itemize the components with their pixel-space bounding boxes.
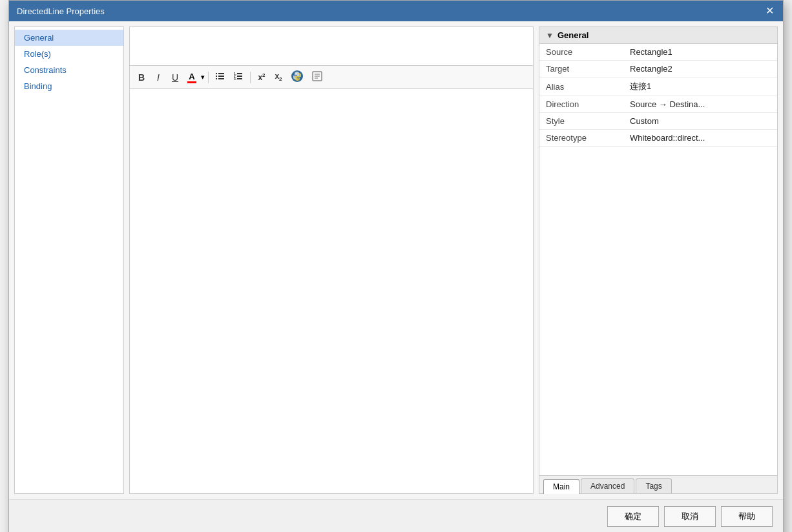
sep1 (208, 72, 209, 83)
note-button[interactable] (308, 68, 326, 86)
properties-header: ▼ General (539, 27, 777, 44)
unordered-list-button[interactable] (212, 69, 229, 85)
python-button[interactable] (287, 68, 307, 87)
property-value: Whiteboard::direct... (623, 130, 777, 147)
tab-advanced[interactable]: Advanced (581, 478, 634, 493)
svg-point-13 (296, 73, 297, 74)
ordered-list-button[interactable]: 1. 2. 3. (230, 69, 247, 85)
dialog-footer: 确定 取消 帮助 (9, 499, 783, 532)
dialog-title: DirectedLine Properties (17, 6, 105, 16)
collapse-icon[interactable]: ▼ (546, 31, 554, 40)
sidebar-item-constraints[interactable]: Constraints (15, 62, 123, 78)
property-label: Alias (539, 77, 623, 96)
tab-tags[interactable]: Tags (636, 478, 671, 493)
svg-rect-11 (237, 78, 242, 79)
right-panel: ▼ General SourceRectangle1TargetRectangl… (539, 26, 778, 494)
subscript-button[interactable]: x2 (271, 70, 286, 84)
property-value: Rectangle1 (623, 44, 777, 61)
sidebar-item-binding[interactable]: Binding (15, 78, 123, 94)
underline-button[interactable]: U (167, 70, 183, 85)
property-row: Alias连接1 (539, 77, 777, 96)
svg-rect-2 (216, 76, 217, 77)
ordered-list-icon: 1. 2. 3. (233, 71, 244, 81)
section-title: General (558, 30, 589, 40)
property-value: Source → Destina... (623, 96, 777, 113)
property-label: Stereotype (539, 130, 623, 147)
svg-rect-7 (237, 73, 242, 74)
sidebar-item-roles[interactable]: Role(s) (15, 46, 123, 62)
properties-body: SourceRectangle1TargetRectangle2Alias连接1… (539, 44, 777, 475)
property-value: 连接1 (623, 77, 777, 96)
superscript-button[interactable]: x2 (254, 70, 269, 84)
dialog-window: DirectedLine Properties ✕ GeneralRole(s)… (8, 0, 784, 532)
main-content: B I U A ▾ (129, 26, 534, 494)
formatting-toolbar: B I U A ▾ (130, 66, 533, 89)
svg-rect-3 (218, 76, 224, 77)
python-icon (291, 70, 304, 83)
color-dropdown-arrow[interactable]: ▾ (201, 73, 205, 81)
svg-rect-4 (216, 78, 217, 79)
tab-bar: MainAdvancedTags (539, 475, 777, 493)
sidebar: GeneralRole(s)ConstraintsBinding (14, 26, 124, 494)
text-editor[interactable] (130, 89, 533, 493)
help-button[interactable]: 帮助 (721, 506, 773, 527)
tab-main[interactable]: Main (543, 479, 579, 494)
property-row: StyleCustom (539, 113, 777, 130)
cancel-button[interactable]: 取消 (664, 506, 716, 527)
note-icon (311, 70, 323, 82)
unordered-list-icon (215, 71, 225, 81)
svg-rect-1 (218, 73, 224, 74)
svg-rect-0 (216, 73, 217, 74)
svg-text:3.: 3. (234, 77, 237, 81)
name-input-box[interactable] (130, 27, 533, 66)
property-label: Direction (539, 96, 623, 113)
color-letter: A (189, 72, 194, 81)
text-section: B I U A ▾ (129, 26, 534, 494)
italic-button[interactable]: I (151, 70, 166, 85)
property-row: DirectionSource → Destina... (539, 96, 777, 113)
close-button[interactable]: ✕ (764, 6, 775, 16)
properties-table: SourceRectangle1TargetRectangle2Alias连接1… (539, 44, 777, 147)
property-label: Target (539, 61, 623, 77)
color-bar (187, 81, 196, 83)
property-row: SourceRectangle1 (539, 44, 777, 61)
confirm-button[interactable]: 确定 (607, 506, 659, 527)
property-label: Style (539, 113, 623, 130)
title-bar: DirectedLine Properties ✕ (9, 1, 783, 21)
svg-point-14 (298, 78, 299, 79)
svg-rect-9 (237, 76, 242, 77)
property-value: Custom (623, 113, 777, 130)
sep2 (250, 72, 251, 83)
bold-button[interactable]: B (134, 70, 149, 85)
name-input[interactable] (132, 30, 530, 63)
dialog-body: GeneralRole(s)ConstraintsBinding B I U A (9, 21, 783, 499)
property-row: TargetRectangle2 (539, 61, 777, 77)
property-value: Rectangle2 (623, 61, 777, 77)
property-label: Source (539, 44, 623, 61)
svg-rect-5 (218, 78, 224, 79)
font-color-button[interactable]: A (184, 70, 200, 85)
property-row: StereotypeWhiteboard::direct... (539, 130, 777, 147)
sidebar-item-general[interactable]: General (15, 30, 123, 46)
